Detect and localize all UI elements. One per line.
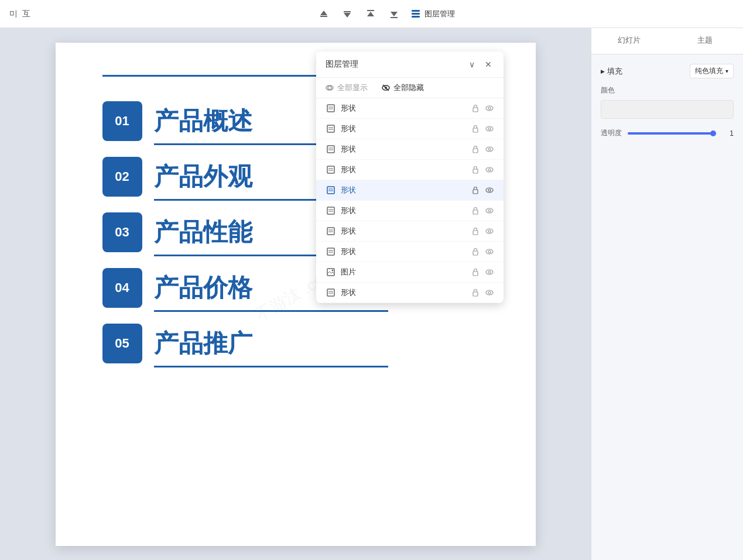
tab-theme[interactable]: 主题 — [667, 28, 744, 54]
svg-rect-25 — [473, 128, 478, 132]
slide-item-05: 05 产品推广 — [102, 324, 489, 367]
layer-eye-icon-3[interactable] — [485, 165, 494, 174]
hide-all-btn[interactable]: 全部隐藏 — [382, 83, 424, 93]
layer-item-2[interactable]: 形状 — [316, 139, 504, 160]
layer-lock-icon-5[interactable] — [471, 206, 480, 215]
opacity-slider[interactable] — [628, 132, 716, 135]
item-number-03: 03 — [102, 212, 142, 252]
svg-rect-49 — [473, 210, 478, 214]
move-bottom-icon[interactable] — [387, 7, 401, 21]
layer-item-9[interactable]: 形状 — [316, 283, 504, 303]
canvas-area: 不游汰 .com 01 产品概述 — [0, 28, 591, 560]
layer-eye-icon-9[interactable] — [485, 288, 494, 297]
svg-point-38 — [486, 167, 493, 172]
svg-point-68 — [488, 271, 491, 273]
svg-point-67 — [486, 270, 493, 274]
layer-eye-icon-5[interactable] — [485, 206, 494, 215]
fill-section-header: 填充 纯色填充 ▾ — [601, 64, 734, 78]
move-down-icon[interactable] — [340, 7, 354, 21]
layer-item-5[interactable]: 形状 — [316, 201, 504, 221]
layer-item-7[interactable]: 形状 — [316, 242, 504, 262]
layer-item-actions-2 — [471, 145, 494, 154]
layer-type-icon-9 — [326, 287, 336, 298]
show-all-btn[interactable]: 全部显示 — [326, 83, 368, 93]
toolbar-center: 图层管理 — [37, 7, 734, 21]
layer-item-label-8: 图片 — [341, 267, 471, 277]
layer-eye-icon-8[interactable] — [485, 267, 494, 277]
layer-item-actions-4 — [471, 185, 494, 195]
svg-rect-61 — [473, 251, 478, 255]
toolbar-label-1: 미 — [9, 9, 18, 19]
layer-item-actions-6 — [471, 226, 494, 236]
fill-type-select[interactable]: 纯色填充 ▾ — [690, 64, 734, 78]
color-picker-box[interactable] — [601, 100, 734, 119]
layer-eye-icon-2[interactable] — [485, 145, 494, 154]
layer-item-label-7: 形状 — [341, 246, 471, 257]
layer-item-6[interactable]: 形状 — [316, 221, 504, 242]
layer-lock-icon-1[interactable] — [471, 124, 480, 133]
layer-lock-icon-7[interactable] — [471, 247, 480, 256]
svg-point-50 — [486, 208, 493, 213]
svg-rect-6 — [391, 17, 398, 18]
layer-eye-icon-7[interactable] — [485, 247, 494, 256]
svg-marker-7 — [391, 12, 398, 16]
layer-lock-icon-9[interactable] — [471, 288, 480, 297]
move-top-icon[interactable] — [364, 7, 378, 21]
svg-point-11 — [328, 86, 331, 90]
layer-panel-close-btn[interactable]: ✕ — [482, 59, 494, 70]
svg-point-32 — [486, 147, 493, 152]
layer-lock-icon-4[interactable] — [471, 185, 480, 195]
svg-rect-55 — [473, 231, 478, 235]
svg-rect-31 — [473, 149, 478, 153]
svg-point-74 — [488, 291, 491, 294]
opacity-slider-fill — [628, 132, 711, 135]
layer-eye-icon-0[interactable] — [485, 104, 494, 113]
svg-rect-28 — [327, 146, 334, 153]
tab-slide[interactable]: 幻灯片 — [591, 28, 667, 54]
svg-point-65 — [332, 270, 334, 272]
right-panel-content: 填充 纯色填充 ▾ 颜色 透明度 1 — [591, 54, 743, 560]
layer-item-8[interactable]: 图片 — [316, 262, 504, 283]
layer-lock-icon-0[interactable] — [471, 104, 480, 113]
svg-point-20 — [486, 106, 493, 111]
opacity-value: 1 — [722, 129, 734, 138]
layer-item-label-0: 形状 — [341, 103, 471, 114]
layer-type-icon-5 — [326, 205, 336, 216]
svg-point-56 — [486, 229, 493, 233]
layer-item-3[interactable]: 形状 — [316, 160, 504, 180]
layer-item-actions-1 — [471, 124, 494, 133]
layer-lock-icon-2[interactable] — [471, 145, 480, 154]
show-all-label: 全部显示 — [337, 83, 368, 93]
right-panel-tabs: 幻灯片 主题 — [591, 28, 743, 54]
layer-item-4[interactable]: 形状 — [316, 180, 504, 201]
svg-point-44 — [486, 188, 493, 193]
item-underline-05 — [154, 366, 388, 367]
svg-point-27 — [488, 128, 491, 130]
layer-panel-collapse-btn[interactable]: ∨ — [466, 59, 478, 70]
svg-rect-52 — [327, 228, 334, 235]
layer-lock-icon-6[interactable] — [471, 226, 480, 236]
layer-eye-icon-4[interactable] — [485, 185, 494, 195]
layers-button[interactable]: 图层管理 — [410, 9, 455, 19]
layer-item-1[interactable]: 形状 — [316, 119, 504, 139]
item-title-02: 产品外观 — [154, 160, 252, 193]
layer-panel-header: 图层管理 ∨ ✕ — [316, 51, 504, 78]
svg-rect-10 — [412, 16, 420, 18]
layer-lock-icon-8[interactable] — [471, 267, 480, 277]
layer-type-icon-6 — [326, 226, 336, 236]
layer-type-icon-4 — [326, 185, 336, 195]
svg-rect-64 — [327, 269, 334, 276]
layer-type-icon-1 — [326, 123, 336, 134]
layer-item-0[interactable]: 形状 — [316, 98, 504, 119]
layer-list: 形状 形状 — [316, 98, 504, 303]
opacity-slider-thumb — [710, 130, 716, 136]
move-up-icon[interactable] — [317, 7, 331, 21]
layer-eye-icon-6[interactable] — [485, 226, 494, 236]
layer-item-label-2: 形状 — [341, 144, 471, 154]
layer-type-icon-7 — [326, 246, 336, 257]
layer-lock-icon-3[interactable] — [471, 165, 480, 174]
layer-item-actions-3 — [471, 165, 494, 174]
layer-eye-icon-1[interactable] — [485, 124, 494, 133]
layer-item-label-3: 形状 — [341, 164, 471, 175]
svg-rect-66 — [473, 272, 478, 276]
